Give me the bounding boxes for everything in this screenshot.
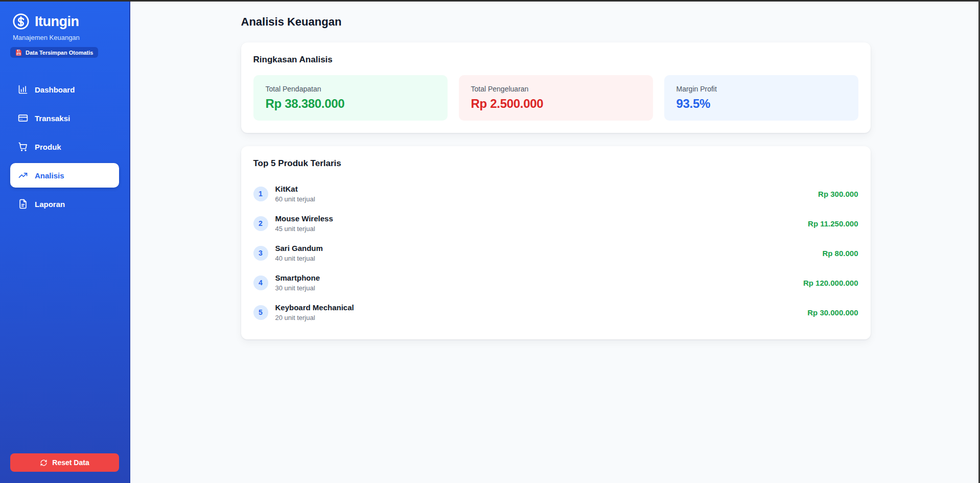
credit-card-icon [18,113,28,123]
stat-value: Rp 38.380.000 [266,97,435,111]
product-info: Mouse Wireless 45 unit terjual [275,214,808,233]
stat-box: Total Pendapatan Rp 38.380.000 [253,75,448,121]
sidebar-item[interactable]: Dashboard [10,77,119,102]
product-info: KitKat 60 unit terjual [275,185,819,203]
sidebar-item[interactable]: Transaksi [10,106,119,130]
app-tagline: Manajemen Keuangan [13,34,119,41]
sidebar-item[interactable]: Analisis [10,163,119,188]
stat-box: Margin Profit 93.5% [664,75,858,121]
product-info: Sari Gandum 40 unit terjual [275,244,823,262]
reset-data-button[interactable]: Reset Data [10,453,119,472]
floppy-disk-icon [15,49,22,56]
sidebar-item-label: Produk [35,143,61,151]
autosave-badge-label: Data Tersimpan Otomatis [26,50,93,56]
product-units: 60 unit terjual [275,195,819,203]
stat-label: Total Pendapatan [266,85,435,93]
product-units: 30 unit terjual [275,284,803,292]
product-row: 1 KitKat 60 unit terjual Rp 300.000 [253,179,858,209]
reset-data-label: Reset Data [52,458,89,467]
summary-stats: Total Pendapatan Rp 38.380.000 Total Pen… [253,75,858,121]
product-revenue: Rp 300.000 [818,190,858,198]
sidebar-item[interactable]: Laporan [10,192,119,216]
product-name: Smartphone [275,273,803,282]
product-revenue: Rp 80.000 [822,249,858,258]
product-units: 45 unit terjual [275,225,808,233]
sidebar-nav: Dashboard Transaksi Produk Analisis Lapo… [10,77,119,216]
shopping-cart-icon [18,142,28,152]
top-products-list: 1 KitKat 60 unit terjual Rp 300.000 2 Mo… [253,179,858,327]
sidebar: Itungin Manajemen Keuangan Data Tersimpa… [0,2,130,483]
sidebar-item-label: Dashboard [35,85,75,94]
sidebar-item-label: Laporan [35,200,65,209]
rank-badge: 3 [253,246,268,261]
autosave-badge: Data Tersimpan Otomatis [10,47,98,58]
file-text-icon [18,199,28,209]
product-name: Mouse Wireless [275,214,808,223]
top-products-title: Top 5 Produk Terlaris [253,158,858,169]
product-row: 2 Mouse Wireless 45 unit terjual Rp 11.2… [253,209,858,238]
sidebar-item-label: Transaksi [35,114,70,123]
dollar-circle-icon [12,13,30,30]
brand: Itungin [10,13,119,30]
product-revenue: Rp 30.000.000 [807,308,858,317]
page-title: Analisis Keuangan [241,15,871,29]
rank-badge: 1 [253,187,268,201]
product-info: Smartphone 30 unit terjual [275,273,803,292]
summary-card-title: Ringkasan Analisis [253,55,858,65]
product-row: 4 Smartphone 30 unit terjual Rp 120.000.… [253,268,858,297]
trending-up-icon [18,170,28,180]
product-row: 5 Keyboard Mechanical 20 unit terjual Rp… [253,297,858,327]
product-info: Keyboard Mechanical 20 unit terjual [275,303,808,321]
sidebar-item[interactable]: Produk [10,134,119,159]
stat-label: Margin Profit [676,85,846,93]
rank-badge: 2 [253,216,268,231]
stat-value: 93.5% [676,97,846,111]
summary-card: Ringkasan Analisis Total Pendapatan Rp 3… [241,42,871,133]
window-top-edge [0,0,980,2]
stat-label: Total Pengeluaran [471,85,641,93]
product-revenue: Rp 11.250.000 [808,219,858,228]
product-name: Sari Gandum [275,244,823,252]
rank-badge: 5 [253,305,268,320]
product-revenue: Rp 120.000.000 [803,279,858,287]
main-content: Analisis Keuangan Ringkasan Analisis Tot… [131,2,980,483]
product-row: 3 Sari Gandum 40 unit terjual Rp 80.000 [253,238,858,268]
refresh-icon [40,459,48,467]
sidebar-item-label: Analisis [35,171,64,180]
stat-box: Total Pengeluaran Rp 2.500.000 [459,75,653,121]
stat-value: Rp 2.500.000 [471,97,641,111]
product-units: 40 unit terjual [275,255,823,262]
product-name: KitKat [275,185,819,193]
top-products-card: Top 5 Produk Terlaris 1 KitKat 60 unit t… [241,146,871,339]
product-name: Keyboard Mechanical [275,303,808,312]
bar-chart-icon [18,84,28,95]
product-units: 20 unit terjual [275,314,808,321]
app-name: Itungin [35,14,79,30]
rank-badge: 4 [253,275,268,290]
